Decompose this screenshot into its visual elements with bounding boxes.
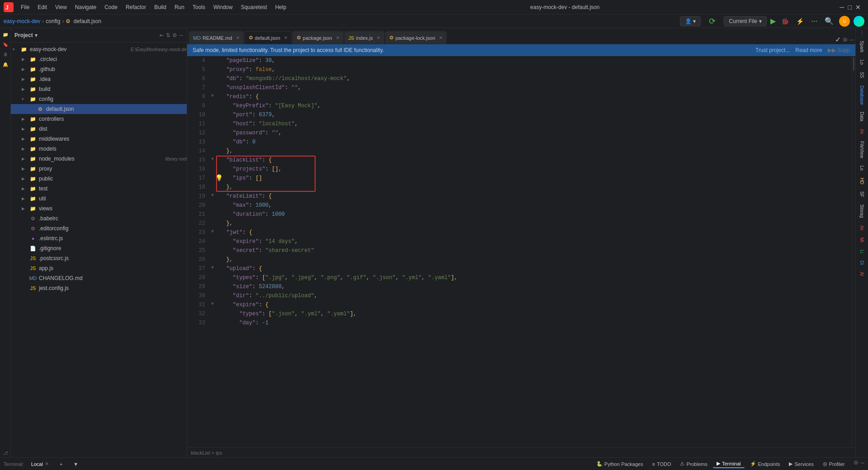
right-panel-menu[interactable]: ⋮ (858, 28, 866, 37)
tree-item-editorconfig[interactable]: ⚙ .editorconfig (11, 223, 187, 233)
menu-build[interactable]: Build (151, 3, 170, 11)
tree-item-util[interactable]: ▶ 📁 util (11, 194, 187, 204)
right-panel-li[interactable]: Li (858, 246, 866, 257)
close-button[interactable]: ✕ (855, 4, 861, 11)
tab-default-json[interactable]: ⚙ default.json ✕ (245, 31, 292, 44)
right-panel-mi[interactable]: Mi (858, 234, 866, 246)
editor-scrollbar[interactable] (852, 56, 855, 447)
vcs-button[interactable]: ⟳ (704, 15, 720, 28)
tree-item-appjs[interactable]: JS app.js (11, 263, 187, 273)
run-button[interactable]: ▶ (770, 17, 776, 25)
tab-services[interactable]: ▶ Services (785, 460, 817, 468)
tree-item-jestconfig[interactable]: JS jest.config.js (11, 283, 187, 293)
right-panel-lo2[interactable]: Lo (858, 162, 866, 174)
coverage-button[interactable]: ⚡ (794, 17, 806, 26)
code-content[interactable]: 💡 "pageSize": 30, "proxy": false, "db": … (216, 56, 852, 447)
user-avatar[interactable]: U (839, 16, 850, 27)
tab-package-lock[interactable]: ⚙ package-lock.json ✕ (385, 31, 447, 44)
right-panel-database[interactable]: Database (858, 82, 866, 109)
tree-item-test[interactable]: ▶ 📁 test (11, 184, 187, 194)
right-panel-storage[interactable]: Storag (858, 201, 866, 221)
tab-python-packages[interactable]: 🐍 Python Packages (593, 460, 647, 468)
maximize-button[interactable]: □ (848, 4, 852, 11)
tree-item-idea[interactable]: ▶ 📁 .idea (11, 74, 187, 84)
tab-profiler[interactable]: ◎ Profiler (819, 460, 849, 468)
nav-more-button[interactable]: ⋯ (809, 17, 819, 26)
right-panel-ss[interactable]: SS (858, 68, 866, 81)
fold-arrow-19[interactable]: ▾ (209, 192, 216, 201)
minimize-button[interactable]: ─ (840, 4, 844, 11)
menu-view[interactable]: View (52, 3, 71, 11)
fold-arrow-8[interactable]: ▾ (209, 92, 216, 101)
fold-arrow-27[interactable]: ▾ (209, 264, 216, 273)
right-panel-lo[interactable]: Lo (858, 56, 866, 68)
project-dropdown-arrow[interactable]: ▾ (35, 32, 38, 38)
menu-refactor[interactable]: Refactor (122, 3, 150, 11)
tab-minimize-icon[interactable]: ─ (849, 37, 854, 43)
menu-tools[interactable]: Tools (189, 3, 209, 11)
tab-close-package-json[interactable]: ✕ (336, 35, 340, 40)
fold-arrow-15[interactable]: ▾ (209, 156, 216, 165)
settings-icon[interactable]: ⚙ (172, 32, 177, 38)
tab-close-default-json[interactable]: ✕ (284, 35, 288, 40)
side-bookmark-icon[interactable]: 🔖 (1, 40, 10, 49)
menu-file[interactable]: File (17, 3, 33, 11)
tree-item-circleci[interactable]: ▶ 📁 .circleci (11, 54, 187, 64)
terminal-dropdown-button[interactable]: ▼ (70, 461, 82, 468)
menu-squaretest[interactable]: Squaretest (237, 3, 271, 11)
side-project-icon[interactable]: 📁 (1, 30, 10, 39)
tree-item-github[interactable]: ▶ 📁 .github (11, 64, 187, 74)
tab-readme[interactable]: MD README.md ✕ (189, 31, 244, 44)
bottom-settings-icon[interactable]: ⚙ (854, 460, 859, 468)
tree-item-node-modules[interactable]: ▶ 📁 node_modules library root (11, 154, 187, 164)
tree-item-root[interactable]: ▾ 📁 easy-mock-dev E:\EasyMock\easy-mock-… (11, 44, 187, 54)
menu-window[interactable]: Window (210, 3, 236, 11)
run-config-dropdown[interactable]: Current File ▾ (724, 16, 767, 26)
tree-item-dist[interactable]: ▶ 📁 dist (11, 124, 187, 134)
breadcrumb-file[interactable]: ⚙ default.json (66, 18, 101, 24)
menu-edit[interactable]: Edit (34, 3, 51, 11)
fold-arrow-23[interactable]: ▾ (209, 228, 216, 237)
right-panel-di[interactable]: Di (858, 257, 866, 268)
tab-close-index-js[interactable]: ✕ (377, 35, 380, 40)
breadcrumb-config[interactable]: config (46, 18, 60, 24)
close-terminal-tab[interactable]: ✕ (45, 461, 49, 467)
tree-item-build[interactable]: ▶ 📁 build (11, 84, 187, 94)
tab-close-readme[interactable]: ✕ (236, 35, 240, 40)
tab-close-pkg-lock[interactable]: ✕ (439, 35, 443, 40)
tree-item-postcssrc[interactable]: JS .postcssrc.js (11, 253, 187, 263)
breadcrumb-root[interactable]: easy-mock-dev (4, 18, 40, 24)
tree-item-default-json[interactable]: ⚙ default.json (11, 104, 187, 114)
profile-button[interactable]: 👤 ▾ (680, 16, 701, 26)
tree-item-gitignore[interactable]: 📄 .gitignore (11, 243, 187, 253)
tree-item-eslintrc[interactable]: ● .eslintrc.js (11, 233, 187, 243)
right-panel-sf[interactable]: SF (858, 188, 866, 201)
right-panel-hd[interactable]: HD (858, 174, 866, 188)
collapse-all-icon[interactable]: ⇤ (160, 32, 164, 38)
tab-package-json[interactable]: ⚙ package.json ✕ (292, 31, 344, 44)
tab-endpoints[interactable]: ⚡ Endpoints (746, 460, 784, 468)
tree-item-babelrc[interactable]: ⚙ .babelrc (11, 214, 187, 223)
fold-arrow-31[interactable]: ▾ (209, 300, 216, 309)
tree-item-views[interactable]: ▶ 📁 views (11, 204, 187, 214)
tree-item-public[interactable]: ▶ 📁 public (11, 174, 187, 184)
sort-icon[interactable]: ⇅ (166, 32, 170, 38)
search-button[interactable]: 🔍 (823, 16, 835, 26)
code-editor[interactable]: 4 5 6 7 8 9 10 11 12 13 14 15 16 17 18 1… (187, 56, 855, 447)
debug-button[interactable]: 🐞 (779, 17, 791, 26)
bottom-expand-icon[interactable]: ─ (860, 460, 864, 468)
tree-item-proxy[interactable]: ▶ 📁 proxy (11, 164, 187, 174)
right-panel-data[interactable]: Data (858, 108, 866, 125)
side-git-icon[interactable]: ⎇ (1, 448, 10, 457)
dismiss-info-icon[interactable]: ▶▶ Supp (828, 47, 850, 53)
right-panel-ak[interactable]: Ak (858, 125, 866, 138)
right-panel-spark[interactable]: Spark (858, 37, 866, 56)
tab-index-js[interactable]: JS index.js ✕ (344, 31, 384, 44)
ai-icon[interactable] (854, 16, 864, 27)
menu-run[interactable]: Run (171, 3, 188, 11)
right-panel-al[interactable]: Al (858, 268, 866, 280)
menu-code[interactable]: Code (101, 3, 121, 11)
side-notifications-icon[interactable]: 🔔 (1, 60, 10, 69)
tab-problems[interactable]: ⚠ Problems (676, 460, 711, 468)
tab-todo[interactable]: ≡ TODO (648, 460, 675, 468)
